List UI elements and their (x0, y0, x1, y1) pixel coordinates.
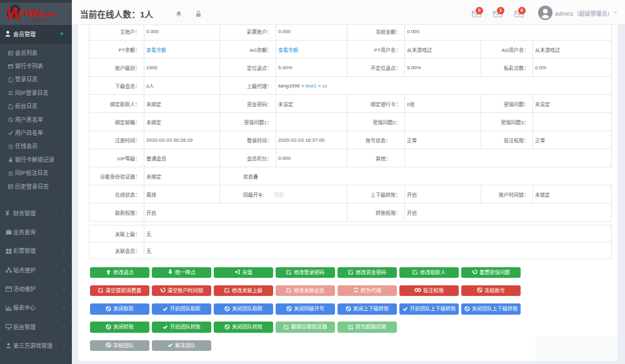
svg-text:W: W (6, 4, 23, 23)
svg-text:online: online (41, 11, 56, 17)
svg-text:CS 880.99.67.88: CS 880.99.67.88 (28, 18, 48, 21)
svg-text:WIN: WIN (24, 8, 41, 18)
